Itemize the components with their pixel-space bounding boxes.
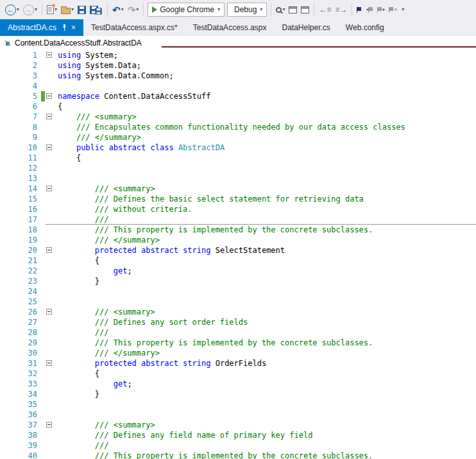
- fold-toggle-icon[interactable]: [46, 247, 52, 253]
- code-line[interactable]: 10 public abstract class AbstractDA: [0, 143, 476, 153]
- code-line[interactable]: 33 get;: [0, 379, 476, 389]
- code-line[interactable]: 15 /// Defines the basic select statemen…: [0, 194, 476, 204]
- undo-button[interactable]: ↶ ▾: [110, 2, 126, 17]
- code-line[interactable]: 27 /// Defines any sort order fields: [0, 317, 476, 327]
- next-bookmark-button[interactable]: ▸: [375, 2, 387, 17]
- chevron-down-icon[interactable]: ▾: [17, 7, 19, 12]
- redo-button[interactable]: ↷ ▾: [126, 2, 141, 17]
- code-line[interactable]: 21 {: [0, 255, 476, 266]
- new-file-button[interactable]: ▾: [45, 2, 59, 17]
- save-button[interactable]: [76, 2, 88, 17]
- code-line[interactable]: 36: [0, 410, 476, 420]
- fold-toggle-icon[interactable]: [46, 144, 52, 150]
- chevron-down-icon[interactable]: ▾: [71, 7, 74, 12]
- code-line[interactable]: 26 /// <summary>: [0, 307, 476, 317]
- code-line[interactable]: 5namespace Content.DataAccessStuff: [0, 91, 476, 101]
- fold-toggle-icon[interactable]: [46, 93, 52, 99]
- code-line[interactable]: 11 {: [0, 153, 476, 163]
- code-line[interactable]: 19 /// </summary>: [0, 235, 476, 245]
- code-line[interactable]: 17 ///: [0, 214, 476, 225]
- tab-testdataaccess-aspx-cs[interactable]: TestDataAccess.aspx.cs*: [83, 19, 185, 36]
- code-line[interactable]: 2using System.Data;: [0, 60, 476, 71]
- tab-testdataaccess-aspx[interactable]: TestDataAccess.aspx: [185, 19, 275, 36]
- fold-toggle-icon[interactable]: [46, 309, 52, 315]
- code-line[interactable]: 35: [0, 399, 476, 410]
- code-line[interactable]: 20 protected abstract string SelectState…: [0, 245, 476, 255]
- close-icon[interactable]: ×: [71, 24, 76, 31]
- chevron-down-icon[interactable]: ▾: [35, 7, 37, 12]
- tab-label: DataHelper.cs: [282, 23, 330, 32]
- code-line[interactable]: 1using System;: [0, 50, 476, 60]
- code-line[interactable]: 39 ///: [0, 440, 476, 451]
- clear-bookmarks-button[interactable]: ×: [387, 2, 399, 17]
- code-line[interactable]: 40 /// This property is implemented by t…: [0, 451, 476, 459]
- code-text: /// <summary>: [55, 184, 155, 194]
- fold-toggle-icon[interactable]: [46, 422, 52, 428]
- tab-datahelper-cs[interactable]: DataHelper.cs: [274, 19, 337, 36]
- previous-bookmark-button[interactable]: ◂: [364, 2, 375, 17]
- pin-icon[interactable]: [62, 24, 67, 31]
- fold-toggle-icon[interactable]: [46, 52, 52, 58]
- code-line[interactable]: 30 /// </summary>: [0, 348, 476, 358]
- tab-abstractda-cs[interactable]: AbstractDA.cs×: [0, 19, 83, 36]
- code-line[interactable]: 22 get;: [0, 266, 476, 276]
- code-line[interactable]: 29 /// This property is implemented by t…: [0, 338, 476, 348]
- line-number: 38: [0, 430, 41, 440]
- chevron-down-icon[interactable]: ▾: [136, 7, 139, 12]
- code-line[interactable]: 23 }: [0, 276, 476, 286]
- open-file-button[interactable]: ▾: [59, 2, 76, 17]
- code-line[interactable]: 6{: [0, 101, 476, 112]
- navigate-forward-button[interactable]: → ▾: [21, 2, 39, 17]
- fold-toggle-icon[interactable]: [46, 186, 52, 191]
- code-line[interactable]: 7 /// <summary>: [0, 112, 476, 122]
- code-text: {: [55, 153, 81, 163]
- code-line[interactable]: 13: [0, 173, 476, 184]
- solution-configuration-dropdown[interactable]: Debug ▾: [227, 3, 267, 17]
- increase-indent-button[interactable]: ≡ →: [333, 2, 349, 17]
- code-line[interactable]: 38 /// Defines any field name of primary…: [0, 430, 476, 440]
- line-number: 3: [0, 71, 41, 81]
- chevron-down-icon[interactable]: ▾: [55, 7, 57, 12]
- start-debug-dropdown[interactable]: Google Chrome ▾: [148, 3, 225, 17]
- redo-icon: ↷: [128, 5, 136, 15]
- code-editor[interactable]: 1using System;2using System.Data;3using …: [0, 50, 476, 459]
- code-line[interactable]: 18 /// This property is implemented by t…: [0, 225, 476, 235]
- find-in-files-button[interactable]: ▾: [274, 2, 287, 17]
- code-line-content: ///: [45, 440, 476, 451]
- fold-toggle-icon[interactable]: [46, 114, 52, 119]
- code-line[interactable]: 34 }: [0, 389, 476, 399]
- toolbar-options-button[interactable]: ▾: [399, 2, 406, 17]
- toolbar-separator: [314, 3, 314, 16]
- code-line[interactable]: 25: [0, 297, 476, 307]
- navigate-backward-button[interactable]: ← ▾: [3, 2, 21, 17]
- fold-margin: [45, 194, 55, 204]
- toggle-bookmark-button[interactable]: [355, 2, 364, 17]
- code-line-content: {: [45, 153, 476, 163]
- code-line[interactable]: 14 /// <summary>: [0, 184, 476, 194]
- tab-web-config[interactable]: Web.config: [338, 19, 392, 36]
- chevron-down-icon[interactable]: ▾: [121, 7, 124, 12]
- code-line[interactable]: 31 protected abstract string OrderFields: [0, 358, 476, 368]
- parameter-info-button[interactable]: [299, 2, 311, 17]
- chevron-down-icon[interactable]: ▾: [217, 7, 220, 12]
- code-text: public abstract class AbstractDA: [55, 143, 225, 153]
- decrease-indent-button[interactable]: ← ≡: [317, 2, 333, 17]
- code-line[interactable]: 4: [0, 81, 476, 91]
- chevron-down-icon[interactable]: ▾: [260, 7, 262, 12]
- play-icon: [152, 6, 157, 13]
- save-all-button[interactable]: [88, 2, 105, 17]
- member-list-button[interactable]: [287, 2, 299, 17]
- code-text: /// Defines any field name of primary ke…: [55, 430, 312, 440]
- fold-toggle-icon[interactable]: [46, 360, 52, 366]
- breadcrumb[interactable]: Content.DataAccessStuff.AbstractDA: [15, 39, 142, 48]
- code-line[interactable]: 12: [0, 163, 476, 173]
- code-line[interactable]: 28 ///: [0, 327, 476, 338]
- code-line[interactable]: 24: [0, 286, 476, 297]
- code-line[interactable]: 8 /// Encapsulates common functionality …: [0, 122, 476, 132]
- chevron-down-icon[interactable]: ▾: [282, 7, 285, 12]
- code-line[interactable]: 32 {: [0, 368, 476, 379]
- code-line[interactable]: 3using System.Data.Common;: [0, 71, 476, 81]
- code-line[interactable]: 37 /// <summary>: [0, 420, 476, 430]
- code-line[interactable]: 16 /// without criteria.: [0, 204, 476, 214]
- code-line[interactable]: 9 /// </summary>: [0, 132, 476, 143]
